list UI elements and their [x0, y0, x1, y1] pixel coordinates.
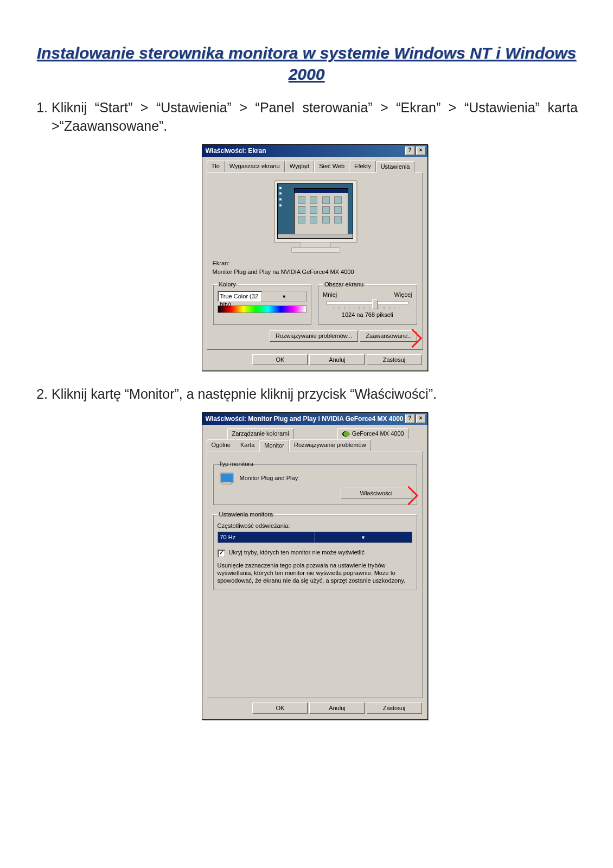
hide-modes-checkbox[interactable]: ✓: [218, 550, 225, 557]
titlebar-text: Właściwości: Monitor Plug and Play i NVI…: [206, 414, 404, 423]
tab-general[interactable]: Ogólne: [207, 439, 235, 451]
titlebar: Właściwości: Monitor Plug and Play i NVI…: [202, 413, 427, 425]
colors-legend: Kolory: [218, 280, 238, 289]
dialog-footer: OK Anuluj Zastosuj: [202, 350, 427, 371]
refresh-rate-value: 70 Hz: [218, 532, 315, 542]
slider-more-label: Więcej: [394, 291, 412, 299]
slider-less-label: Mniej: [323, 291, 337, 299]
tab-body: ▣▣▣▣: [207, 172, 423, 350]
color-depth-value: True Color (32 bity): [218, 291, 262, 302]
monitor-type-fieldset: Typ monitora Monitor Plug and Play Właśc…: [213, 460, 417, 505]
ekran-value: Monitor Plug and Play na NVIDIA GeForce4…: [213, 268, 417, 276]
tab-strip: Zarządzanie kolorami GeForce4 MX 4000 Og…: [202, 425, 427, 451]
tab-body: Typ monitora Monitor Plug and Play Właśc…: [207, 451, 423, 698]
properties-button[interactable]: Właściwości: [341, 488, 412, 499]
tab-color-management[interactable]: Zarządzanie kolorami: [227, 428, 294, 439]
tab-effects[interactable]: Efekty: [349, 161, 376, 173]
ok-button[interactable]: OK: [252, 703, 308, 714]
refresh-rate-combo[interactable]: 70 Hz ▼: [218, 532, 412, 543]
monitor-icon: [219, 473, 234, 484]
cancel-button[interactable]: Anuluj: [309, 354, 365, 366]
step-1: Kliknij “Start” > “Ustawienia” > “Panel …: [52, 99, 578, 371]
tab-geforce[interactable]: GeForce4 MX 4000: [337, 428, 409, 439]
tab-monitor[interactable]: Monitor: [259, 440, 289, 452]
tab-strip: Tło Wygaszacz ekranu Wygląd Sieć Web Efe…: [202, 157, 427, 172]
step-2: Kliknij kartę “Monitor”, a następnie kli…: [52, 385, 578, 719]
step-2-text: Kliknij kartę “Monitor”, a następnie kli…: [52, 386, 437, 401]
chevron-down-icon[interactable]: ▼: [261, 291, 306, 302]
close-button[interactable]: ×: [416, 414, 426, 423]
refresh-rate-label: Częstotliwość odświeżania:: [218, 522, 412, 530]
dialog-footer: OK Anuluj Zastosuj: [202, 698, 427, 719]
monitor-settings-legend: Ustawienia monitora: [218, 510, 275, 519]
hide-modes-label: Ukryj tryby, których ten monitor nie moż…: [229, 549, 365, 556]
page-title: Instalowanie sterownika monitora w syste…: [35, 42, 578, 85]
chevron-down-icon[interactable]: ▼: [315, 532, 412, 542]
resolution-text: 1024 na 768 pikseli: [323, 311, 412, 319]
tab-troubleshoot[interactable]: Rozwiązywanie problemów: [289, 439, 371, 451]
tab-background[interactable]: Tło: [207, 161, 225, 173]
apply-button[interactable]: Zastosuj: [367, 703, 422, 714]
monitor-settings-fieldset: Ustawienia monitora Częstotliwość odświe…: [213, 510, 417, 591]
tab-screensaver[interactable]: Wygaszacz ekranu: [225, 161, 285, 173]
tab-web[interactable]: Sieć Web: [314, 161, 349, 173]
help-button[interactable]: ?: [405, 414, 415, 423]
monitor-name: Monitor Plug and Play: [240, 475, 298, 481]
apply-button[interactable]: Zastosuj: [367, 354, 422, 366]
titlebar: Właściwości: Ekran ? ×: [202, 145, 427, 157]
tab-geforce-label: GeForce4 MX 4000: [352, 430, 404, 437]
colors-fieldset: Kolory True Color (32 bity) ▼: [213, 280, 312, 325]
tab-appearance[interactable]: Wygląd: [285, 161, 315, 173]
monitor-preview: ▣▣▣▣: [267, 180, 362, 256]
tab-settings[interactable]: Ustawienia: [376, 161, 415, 173]
close-button[interactable]: ×: [416, 146, 426, 155]
monitor-properties-dialog: Właściwości: Monitor Plug and Play i NVI…: [202, 412, 428, 720]
monitor-type-legend: Typ monitora: [218, 460, 256, 468]
titlebar-text: Właściwości: Ekran: [206, 146, 404, 155]
step-1-text: Kliknij “Start” > “Ustawienia” > “Panel …: [52, 100, 578, 133]
screen-area-legend: Obszar ekranu: [323, 280, 365, 289]
color-depth-combo[interactable]: True Color (32 bity) ▼: [218, 291, 307, 302]
tab-adapter[interactable]: Karta: [235, 439, 259, 451]
troubleshoot-button[interactable]: Rozwiązywanie problemów...: [270, 330, 358, 342]
help-button[interactable]: ?: [405, 146, 415, 155]
screen-area-fieldset: Obszar ekranu Mniej Więcej | | | | | | |…: [318, 280, 417, 325]
ekran-label: Ekran:: [213, 259, 417, 267]
hide-modes-helptext: Usunięcie zaznaczenia tego pola pozwala …: [218, 561, 412, 585]
cancel-button[interactable]: Anuluj: [309, 703, 365, 714]
resolution-slider[interactable]: | | | | | | | | | | | | | |: [326, 300, 409, 310]
ok-button[interactable]: OK: [252, 354, 308, 366]
display-properties-dialog: Właściwości: Ekran ? × Tło Wygaszacz ekr…: [202, 144, 428, 372]
nvidia-icon: [342, 431, 350, 437]
advanced-button[interactable]: Zaawansowane..: [360, 330, 417, 342]
